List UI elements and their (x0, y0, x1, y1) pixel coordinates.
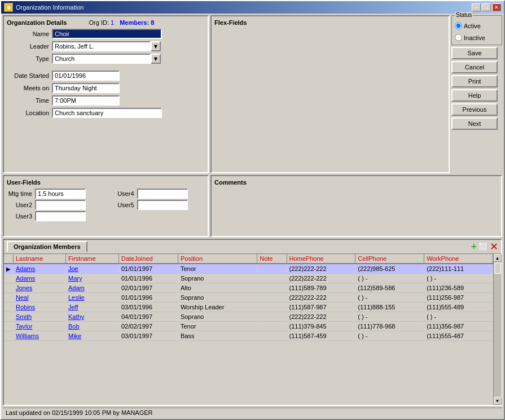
firstname-link[interactable]: Bob (68, 323, 80, 330)
top-section: Organization Details Org ID: 1 Members: … (3, 15, 502, 173)
user5-input[interactable] (137, 200, 188, 210)
lastname-link[interactable]: Robins (16, 304, 35, 310)
firstname-link[interactable]: Adam (68, 285, 85, 291)
meets-on-input[interactable] (52, 83, 120, 93)
scroll-thumb[interactable] (494, 262, 501, 274)
help-button[interactable]: Help (451, 89, 498, 102)
comments-textarea[interactable] (214, 189, 498, 228)
type-label: Type (7, 55, 52, 62)
lastname-cell[interactable]: Taylor (14, 322, 66, 331)
note-cell (257, 264, 287, 274)
status-panel: Status Active Inactive Save Cancel Print… (451, 15, 502, 173)
firstname-link[interactable]: Joe (68, 265, 78, 272)
cell_phone-cell: ( ) - (355, 293, 424, 303)
status-group: Status Active Inactive (451, 15, 502, 45)
maximize-button[interactable]: □ (482, 3, 491, 11)
firstname-link[interactable]: Leslie (68, 294, 85, 301)
user4-input[interactable] (137, 189, 188, 199)
scroll-up-button[interactable]: ▲ (494, 254, 502, 262)
datejoined-col-header[interactable]: DateJoined (118, 254, 178, 264)
lastname-link[interactable]: Smith (16, 313, 32, 320)
lastname-col-header[interactable]: Lastname (14, 254, 66, 264)
lastname-cell[interactable]: Neal (14, 293, 66, 303)
inactive-radio[interactable] (455, 34, 462, 41)
scroll-track[interactable] (494, 262, 502, 397)
next-button[interactable]: Next (451, 117, 498, 130)
name-input[interactable] (52, 29, 162, 39)
cellphone-col-header[interactable]: CellPhone (355, 254, 424, 264)
note-cell (257, 303, 287, 312)
work_phone-cell: (222)111-111 (424, 264, 493, 274)
scroll-down-button[interactable]: ▼ (494, 397, 502, 405)
table-row[interactable]: JonesAdam02/01/1997Alto(111)589-789(112)… (4, 283, 493, 293)
table-row[interactable]: ▶AdamsJoe01/01/1997Tenor(222)222-222(222… (4, 264, 493, 274)
lastname-link[interactable]: Taylor (16, 323, 32, 330)
close-button[interactable]: ✕ (492, 3, 501, 11)
lastname-cell[interactable]: Adams (14, 264, 66, 274)
note-cell (257, 283, 287, 293)
date_joined-cell: 03/01/1997 (118, 331, 178, 341)
org-details-panel: Organization Details Org ID: 1 Members: … (3, 15, 209, 173)
lastname-cell[interactable]: Adams (14, 274, 66, 283)
table-row[interactable]: TaylorBob02/02/1997Tenor(111)379-845(111… (4, 322, 493, 331)
firstname-cell[interactable]: Bob (66, 322, 119, 331)
firstname-link[interactable]: Mary (68, 275, 82, 282)
table-row[interactable]: NealLeslie01/01/1996Soprano(222)222-222(… (4, 293, 493, 303)
table-row[interactable]: SmithKathy04/01/1997Soprano(222)222-222(… (4, 312, 493, 322)
type-dropdown-btn[interactable]: ▼ (151, 54, 161, 64)
firstname-cell[interactable]: Leslie (66, 293, 119, 303)
home_phone-cell: (111)379-845 (287, 322, 355, 331)
active-radio[interactable] (455, 22, 462, 29)
lastname-link[interactable]: Adams (16, 265, 35, 272)
user2-input[interactable] (35, 200, 86, 210)
lastname-link[interactable]: Adams (16, 275, 35, 282)
firstname-col-header[interactable]: Firstname (66, 254, 119, 264)
row-indicator (4, 293, 14, 303)
print-button[interactable]: Print (451, 75, 498, 88)
lastname-link[interactable]: Jones (16, 285, 32, 291)
leader-input[interactable] (52, 41, 151, 51)
table-row[interactable]: AdamsMary01/01/1996Soprano(222)222-222( … (4, 274, 493, 283)
firstname-link[interactable]: Kathy (68, 313, 84, 320)
lastname-cell[interactable]: Jones (14, 283, 66, 293)
homephone-col-header[interactable]: HomePhone (287, 254, 355, 264)
cell_phone-cell: (111)778-968 (355, 322, 424, 331)
firstname-cell[interactable]: Joe (66, 264, 119, 274)
table-row[interactable]: RobinsJeff03/01/1996Worship Leader(111)5… (4, 303, 493, 312)
add-member-button[interactable]: + (471, 242, 477, 252)
delete-member-button[interactable]: ✕ (490, 242, 498, 252)
firstname-link[interactable]: Jeff (68, 304, 78, 310)
lastname-link[interactable]: Neal (16, 294, 29, 301)
firstname-cell[interactable]: Kathy (66, 312, 119, 322)
previous-button[interactable]: Previous (451, 103, 498, 116)
note-col-header[interactable]: Note (257, 254, 287, 264)
members-table: Lastname Firstname DateJoined Position N… (4, 254, 493, 341)
lastname-cell[interactable]: Smith (14, 312, 66, 322)
firstname-cell[interactable]: Adam (66, 283, 119, 293)
firstname-cell[interactable]: Mary (66, 274, 119, 283)
lastname-cell[interactable]: Williams (14, 331, 66, 341)
firstname-link[interactable]: Mike (68, 333, 81, 339)
date-started-input[interactable] (52, 71, 120, 81)
table-row[interactable]: WilliamsMike03/01/1997Bass(111)587-459( … (4, 331, 493, 341)
workphone-col-header[interactable]: WorkPhone (424, 254, 493, 264)
lastname-link[interactable]: Williams (16, 333, 39, 339)
firstname-cell[interactable]: Mike (66, 331, 119, 341)
position-col-header[interactable]: Position (178, 254, 257, 264)
indicator-col-header (4, 254, 14, 264)
minimize-button[interactable]: ─ (472, 3, 481, 11)
save-button[interactable]: Save (451, 47, 498, 59)
window-icon: 📋 (4, 3, 13, 12)
copy-member-button[interactable]: ⬜ (478, 242, 488, 251)
mtg-time-input[interactable] (35, 189, 86, 199)
members-table-container[interactable]: Lastname Firstname DateJoined Position N… (4, 254, 493, 405)
org-members-tab[interactable]: Organization Members (7, 241, 87, 252)
user3-input[interactable] (35, 211, 86, 221)
cancel-button[interactable]: Cancel (451, 61, 498, 73)
leader-dropdown-btn[interactable]: ▼ (151, 41, 161, 51)
type-input[interactable] (52, 54, 151, 64)
lastname-cell[interactable]: Robins (14, 303, 66, 312)
time-input[interactable] (52, 95, 120, 106)
firstname-cell[interactable]: Jeff (66, 303, 119, 312)
location-input[interactable] (52, 108, 162, 118)
